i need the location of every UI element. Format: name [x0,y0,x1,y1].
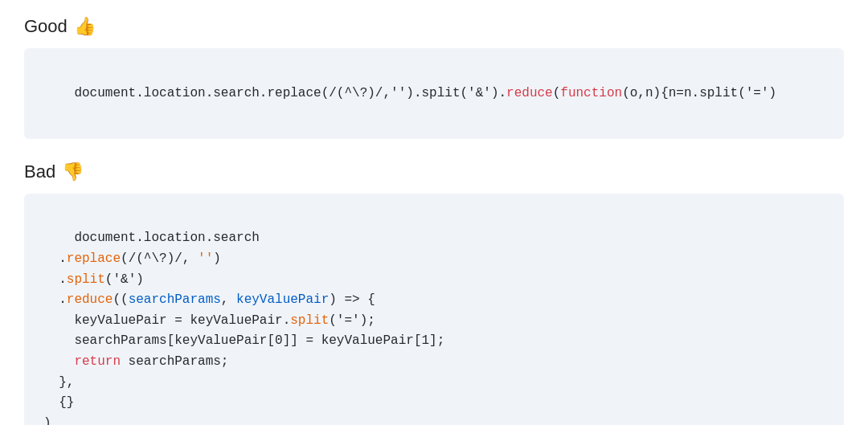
good-emoji: 👍 [74,16,96,37]
bad-text: Bad [24,161,55,182]
good-label: Good 👍 [24,16,844,37]
bad-section: Bad 👎 document.location.search .replace(… [24,161,844,425]
good-text: Good [24,16,68,37]
bad-emoji: 👎 [62,161,84,182]
good-code-content: document.location.search.replace(/(^\?)/… [74,86,776,100]
bad-label: Bad 👎 [24,161,844,182]
bad-code-content: document.location.search .replace(/(^\?)… [43,231,444,425]
good-section: Good 👍 document.location.search.replace(… [24,16,844,139]
good-code-block: document.location.search.replace(/(^\?)/… [24,48,844,139]
bad-code-block: document.location.search .replace(/(^\?)… [24,194,844,425]
